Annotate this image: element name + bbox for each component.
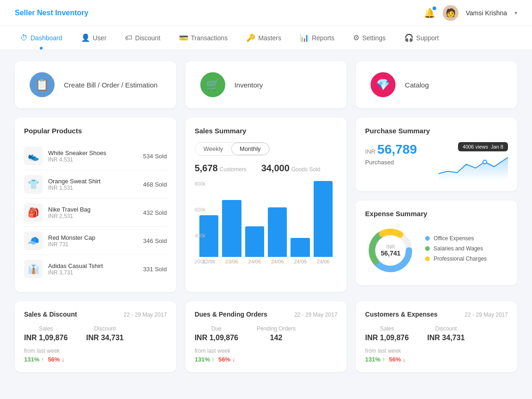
pending-col: Pending Orders 142 bbox=[257, 325, 296, 342]
dashboard-grid: Popular Products 👟 White Sneaker Shoes I… bbox=[15, 118, 517, 292]
settings-icon: ⚙ bbox=[353, 33, 359, 42]
support-icon: 🎧 bbox=[404, 33, 414, 42]
product-item: 🧢 Red Monster Cap INR 731 346 Sold bbox=[24, 227, 167, 255]
quick-card-inventory[interactable]: 🛒 Inventory bbox=[186, 61, 347, 108]
trend-down: 56% ↓ bbox=[218, 356, 235, 363]
chart-label: 23/06 bbox=[222, 259, 241, 264]
quick-label-inventory: Inventory bbox=[235, 81, 263, 89]
legend-dot bbox=[425, 246, 430, 251]
header: Seller Nest Inventory 🔔 🧑 Vamsi Krishna … bbox=[0, 0, 532, 26]
product-name: Adidas Casual Tshirt bbox=[48, 262, 137, 269]
donut-center: INR 56,741 bbox=[381, 244, 401, 257]
dashboard-icon: ⏱ bbox=[20, 34, 28, 42]
legend-item: Salaries and Wages bbox=[425, 245, 487, 252]
header-right: 🔔 🧑 Vamsi Krishna ▾ bbox=[424, 5, 517, 21]
y-label: 200k bbox=[195, 259, 210, 264]
y-label: 400k bbox=[195, 233, 210, 238]
product-list: 👟 White Sneaker Shoes INR 4,531 534 Sold… bbox=[24, 142, 167, 283]
user-dropdown-icon[interactable]: ▾ bbox=[514, 10, 517, 16]
customers-expenses-date: 22 - 29 May 2017 bbox=[465, 312, 508, 318]
nav-item-dashboard[interactable]: ⏱ Dashboard bbox=[11, 26, 72, 50]
chart-labels: 22/06 23/06 24/06 24/06 24/06 24/06 bbox=[195, 257, 338, 264]
nav-item-transactions[interactable]: 💳 Transactions bbox=[170, 26, 237, 50]
bar-5 bbox=[291, 238, 309, 257]
pending-col-value: 142 bbox=[257, 334, 296, 342]
nav-item-reports[interactable]: 📊 Reports bbox=[291, 26, 344, 50]
chart-label: 24/06 bbox=[291, 259, 309, 264]
expense-inner: INR 56,741 Office Expenses Salaries and … bbox=[365, 225, 508, 276]
ce-sales-value: INR 1,09,876 bbox=[365, 334, 408, 342]
ce-sales-col: Sales INR 1,09,876 bbox=[365, 325, 408, 342]
quick-actions: 📋 Create Bill / Order / Estimation 🛒 Inv… bbox=[15, 61, 517, 108]
product-item: 🎒 Nike Travel Bag INR 2,531 432 Sold bbox=[24, 199, 167, 227]
sales-col: Sales INR 1,09,876 bbox=[24, 325, 68, 342]
reports-icon: 📊 bbox=[300, 33, 309, 42]
legend-label: Salaries and Wages bbox=[433, 245, 483, 252]
svg-point-0 bbox=[483, 160, 487, 164]
sales-chart: 800k 600k 400k 200k bbox=[195, 181, 338, 274]
from-last-label: from last week bbox=[24, 348, 167, 354]
sales-discount-header: Sales & Discount 22 - 29 May 2017 bbox=[24, 311, 167, 318]
goods-sold-label: Goods Sold bbox=[291, 166, 321, 173]
sales-col-label: Sales bbox=[24, 325, 68, 332]
product-name: Nike Travel Bag bbox=[48, 206, 137, 213]
quick-card-bill[interactable]: 📋 Create Bill / Order / Estimation bbox=[15, 61, 176, 108]
nav-item-support[interactable]: 🎧 Support bbox=[395, 26, 448, 50]
due-col: Due INR 1,09,876 bbox=[195, 325, 238, 342]
chart-yaxis: 800k 600k 400k 200k bbox=[195, 181, 213, 264]
sales-tab-group: Weekly Monthly bbox=[195, 142, 270, 156]
product-name: White Sneaker Shoes bbox=[48, 150, 137, 156]
sales-col-value: INR 1,09,876 bbox=[24, 334, 68, 342]
bar-3 bbox=[245, 226, 264, 257]
product-image: 👔 bbox=[24, 260, 43, 278]
right-column: Purchase Summary INR 56,789 Purchased 40… bbox=[356, 118, 517, 292]
product-info: Nike Travel Bag INR 2,531 bbox=[48, 206, 137, 219]
tab-weekly[interactable]: Weekly bbox=[195, 143, 231, 155]
nav-item-discount[interactable]: 🏷 Discount bbox=[116, 26, 169, 50]
legend-label: Professional Charges bbox=[433, 256, 487, 262]
dues-pending-date: 22 - 29 May 2017 bbox=[294, 312, 337, 318]
product-price: INR 4,531 bbox=[48, 156, 137, 163]
from-last-label: from last week bbox=[365, 348, 508, 354]
product-name: Orange Sweat Shirt bbox=[48, 178, 137, 185]
ce-sales-label: Sales bbox=[365, 325, 408, 332]
chart-label: 24/06 bbox=[268, 259, 287, 264]
customers-label: Customers bbox=[220, 166, 247, 173]
customers-expenses-cols: Sales INR 1,09,876 Discount INR 34,731 bbox=[365, 325, 508, 342]
tab-monthly[interactable]: Monthly bbox=[231, 143, 269, 155]
expense-summary-card: Expense Summary INR 56,741 bbox=[356, 200, 517, 285]
nav: ⏱ Dashboard 👤 User 🏷 Discount 💳 Transact… bbox=[0, 26, 532, 50]
legend-dot bbox=[425, 236, 430, 241]
from-last-label: from last week bbox=[195, 348, 338, 354]
product-sold: 468 Sold bbox=[143, 181, 167, 188]
customers-expenses-header: Customers & Expenses 22 - 29 May 2017 bbox=[365, 311, 508, 318]
quick-card-catalog[interactable]: 💎 Catalog bbox=[356, 61, 517, 108]
bar-2 bbox=[222, 200, 241, 257]
bell-icon[interactable]: 🔔 bbox=[424, 7, 435, 19]
sales-stats: 5,678 Customers 34,000 Goods Sold bbox=[195, 163, 338, 174]
popular-products-title: Popular Products bbox=[24, 127, 167, 135]
product-item: 👕 Orange Sweat Shirt INR 1,531 468 Sold bbox=[24, 170, 167, 199]
product-price: INR 2,531 bbox=[48, 213, 137, 219]
legend-item: Professional Charges bbox=[425, 256, 487, 262]
product-name: Red Monster Cap bbox=[48, 234, 137, 241]
product-image: 🎒 bbox=[24, 203, 43, 222]
product-item: 👟 White Sneaker Shoes INR 4,531 534 Sold bbox=[24, 142, 167, 170]
y-label: 800k bbox=[195, 181, 210, 187]
nav-item-masters[interactable]: 🔑 Masters bbox=[237, 26, 291, 50]
product-price: INR 3,731 bbox=[48, 269, 137, 276]
product-image: 🧢 bbox=[24, 231, 43, 250]
catalog-icon: 💎 bbox=[371, 72, 396, 97]
trend-up: 131% ↑ bbox=[24, 356, 44, 363]
chart-label: 24/06 bbox=[314, 259, 333, 264]
purchase-label: Purchased bbox=[365, 159, 417, 166]
pending-col-label: Pending Orders bbox=[257, 325, 296, 332]
product-item: 👔 Adidas Casual Tshirt INR 3,731 331 Sol… bbox=[24, 255, 167, 283]
nav-item-settings[interactable]: ⚙ Settings bbox=[344, 26, 395, 50]
product-price: INR 1,531 bbox=[48, 185, 137, 191]
y-label: 600k bbox=[195, 207, 210, 212]
nav-item-user[interactable]: 👤 User bbox=[72, 26, 116, 50]
purchase-summary-card: Purchase Summary INR 56,789 Purchased 40… bbox=[356, 118, 517, 191]
customers-expenses-title: Customers & Expenses bbox=[365, 311, 437, 318]
user-icon: 👤 bbox=[81, 33, 90, 42]
